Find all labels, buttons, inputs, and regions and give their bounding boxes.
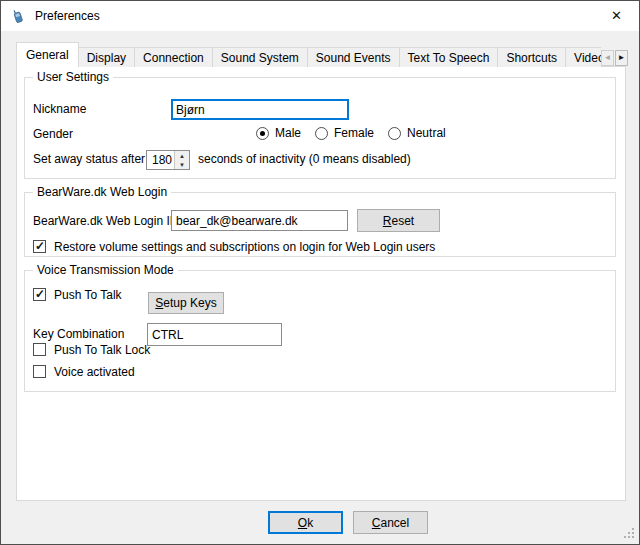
title-bar[interactable]: Preferences ✕	[1, 1, 639, 31]
group-voice-transmission: Voice Transmission Mode ✓ Push To Talk S…	[24, 270, 616, 392]
key-combination-label: Key Combination	[33, 327, 124, 341]
gender-option-female[interactable]: Female	[315, 126, 374, 140]
ptt-lock-checkbox[interactable]: ✓	[33, 343, 46, 356]
restore-volume-checkbox[interactable]: ✓	[33, 240, 46, 253]
spin-down-icon[interactable]: ▼	[175, 160, 189, 169]
ptt-lock-label: Push To Talk Lock	[54, 343, 150, 357]
web-login-id-input[interactable]	[171, 210, 348, 231]
tab-scroll-left-icon[interactable]: ◄	[601, 50, 614, 66]
radio-label-male: Male	[275, 126, 301, 140]
tab-sound-system[interactable]: Sound System	[212, 47, 308, 67]
tab-scroll-buttons: ◄ ►	[601, 50, 628, 66]
cancel-button[interactable]: Cancel	[353, 511, 428, 534]
radio-male[interactable]	[256, 127, 269, 140]
restore-volume-label: Restore volume settings and subscription…	[54, 240, 435, 254]
voice-activated-label: Voice activated	[54, 365, 135, 379]
away-seconds-spin-buttons: ▲ ▼	[174, 151, 189, 169]
general-tab-page: User Settings Nickname Gender MaleFemale…	[16, 66, 626, 501]
close-button[interactable]: ✕	[594, 1, 639, 30]
tab-shortcuts[interactable]: Shortcuts	[497, 47, 566, 67]
app-icon	[10, 8, 26, 24]
window-title: Preferences	[35, 9, 100, 23]
tab-text-to-speech[interactable]: Text To Speech	[399, 47, 499, 67]
gender-option-male[interactable]: Male	[256, 126, 301, 140]
spin-up-icon[interactable]: ▲	[175, 151, 189, 160]
web-login-id-label: BearWare.dk Web Login ID	[33, 214, 178, 228]
away-seconds-spinbox[interactable]: 180 ▲ ▼	[146, 150, 190, 170]
gender-label: Gender	[33, 127, 73, 141]
group-user-settings-title: User Settings	[33, 70, 113, 84]
tab-video[interactable]: Video	[565, 47, 601, 67]
setup-keys-button[interactable]: Setup Keys	[148, 292, 224, 314]
voice-activated-checkbox-row[interactable]: ✓ Voice activated	[33, 364, 135, 379]
away-suffix-label: seconds of inactivity (0 means disabled)	[198, 152, 411, 166]
tab-sound-events[interactable]: Sound Events	[307, 47, 400, 67]
ok-button[interactable]: Ok	[268, 511, 343, 534]
push-to-talk-checkbox[interactable]: ✓	[33, 288, 46, 301]
check-icon: ✓	[35, 287, 45, 301]
key-combination-input[interactable]	[147, 323, 282, 346]
group-user-settings: User Settings Nickname Gender MaleFemale…	[24, 77, 616, 179]
check-icon: ✓	[35, 239, 45, 253]
group-web-login: BearWare.dk Web Login BearWare.dk Web Lo…	[24, 192, 616, 257]
tab-bar: GeneralDisplayConnectionSound SystemSoun…	[16, 42, 601, 67]
preferences-dialog: Preferences ✕ GeneralDisplayConnectionSo…	[0, 0, 640, 545]
nickname-input[interactable]	[171, 99, 349, 120]
resize-grip[interactable]	[623, 528, 635, 540]
radio-female[interactable]	[315, 127, 328, 140]
away-prefix-label: Set away status after	[33, 152, 145, 166]
radio-label-female: Female	[334, 126, 374, 140]
group-voice-transmission-title: Voice Transmission Mode	[33, 263, 178, 277]
group-web-login-title: BearWare.dk Web Login	[33, 185, 171, 199]
gender-options: MaleFemaleNeutral	[256, 125, 446, 141]
gender-option-neutral[interactable]: Neutral	[388, 126, 446, 140]
radio-neutral[interactable]	[388, 127, 401, 140]
reset-button[interactable]: Reset	[357, 209, 440, 232]
tab-scroll-right-icon[interactable]: ►	[615, 50, 628, 66]
restore-volume-checkbox-row[interactable]: ✓ Restore volume settings and subscripti…	[33, 239, 435, 254]
tab-display[interactable]: Display	[78, 47, 135, 67]
ptt-lock-checkbox-row[interactable]: ✓ Push To Talk Lock	[33, 342, 150, 357]
push-to-talk-checkbox-row[interactable]: ✓ Push To Talk	[33, 287, 122, 302]
radio-label-neutral: Neutral	[407, 126, 446, 140]
tab-connection[interactable]: Connection	[134, 47, 213, 67]
voice-activated-checkbox[interactable]: ✓	[33, 365, 46, 378]
push-to-talk-label: Push To Talk	[54, 288, 122, 302]
nickname-label: Nickname	[33, 102, 86, 116]
away-seconds-value: 180	[147, 151, 174, 169]
tab-general[interactable]: General	[16, 42, 79, 67]
